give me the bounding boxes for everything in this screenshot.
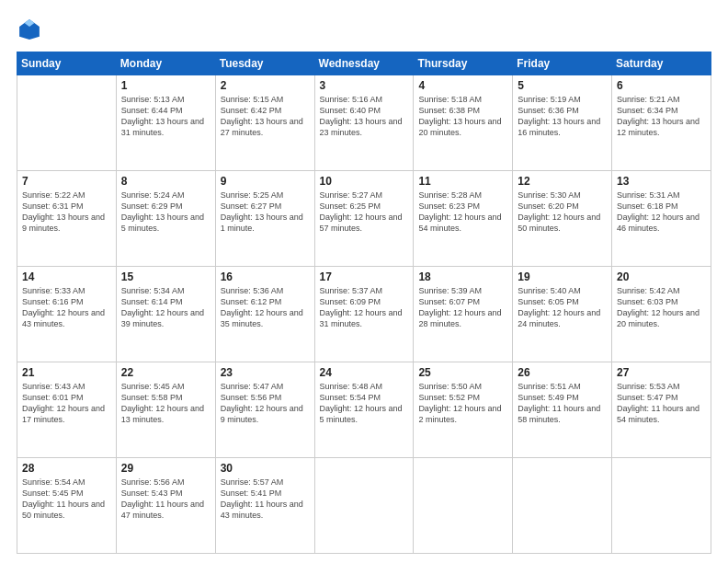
cell-info: Sunrise: 5:19 AMSunset: 6:36 PMDaylight:… bbox=[518, 94, 607, 139]
day-number: 1 bbox=[121, 79, 210, 92]
calendar-cell bbox=[414, 458, 513, 554]
day-number: 29 bbox=[121, 462, 210, 475]
calendar-cell: 28 Sunrise: 5:54 AMSunset: 5:45 PMDaylig… bbox=[17, 458, 117, 554]
cell-info: Sunrise: 5:33 AMSunset: 6:16 PMDaylight:… bbox=[22, 285, 111, 330]
cell-info: Sunrise: 5:30 AMSunset: 6:20 PMDaylight:… bbox=[518, 190, 607, 235]
cell-info: Sunrise: 5:16 AMSunset: 6:40 PMDaylight:… bbox=[320, 94, 409, 139]
week-row-0: 1 Sunrise: 5:13 AMSunset: 6:44 PMDayligh… bbox=[17, 75, 711, 171]
weekday-header-friday: Friday bbox=[513, 52, 612, 75]
calendar-cell: 2 Sunrise: 5:15 AMSunset: 6:42 PMDayligh… bbox=[215, 75, 314, 171]
day-number: 12 bbox=[518, 175, 607, 188]
day-number: 3 bbox=[320, 79, 409, 92]
calendar-cell: 19 Sunrise: 5:40 AMSunset: 6:05 PMDaylig… bbox=[513, 267, 612, 362]
day-number: 4 bbox=[418, 79, 507, 92]
cell-info: Sunrise: 5:48 AMSunset: 5:54 PMDaylight:… bbox=[320, 381, 409, 426]
cell-info: Sunrise: 5:56 AMSunset: 5:43 PMDaylight:… bbox=[121, 477, 210, 522]
calendar-cell: 30 Sunrise: 5:57 AMSunset: 5:41 PMDaylig… bbox=[215, 458, 314, 554]
calendar-cell: 4 Sunrise: 5:18 AMSunset: 6:38 PMDayligh… bbox=[414, 75, 513, 171]
day-number: 30 bbox=[221, 462, 310, 475]
cell-info: Sunrise: 5:36 AMSunset: 6:12 PMDaylight:… bbox=[221, 285, 310, 330]
cell-info: Sunrise: 5:27 AMSunset: 6:25 PMDaylight:… bbox=[320, 190, 409, 235]
calendar-cell: 7 Sunrise: 5:22 AMSunset: 6:31 PMDayligh… bbox=[17, 171, 117, 267]
day-number: 19 bbox=[518, 270, 607, 283]
calendar-cell: 12 Sunrise: 5:30 AMSunset: 6:20 PMDaylig… bbox=[513, 171, 612, 267]
calendar-cell: 11 Sunrise: 5:28 AMSunset: 6:23 PMDaylig… bbox=[414, 171, 513, 267]
week-row-3: 21 Sunrise: 5:43 AMSunset: 6:01 PMDaylig… bbox=[17, 362, 711, 458]
week-row-2: 14 Sunrise: 5:33 AMSunset: 6:16 PMDaylig… bbox=[17, 267, 711, 362]
calendar-cell: 25 Sunrise: 5:50 AMSunset: 5:52 PMDaylig… bbox=[414, 362, 513, 458]
day-number: 21 bbox=[22, 366, 111, 379]
weekday-header-row: SundayMondayTuesdayWednesdayThursdayFrid… bbox=[17, 52, 711, 75]
cell-info: Sunrise: 5:15 AMSunset: 6:42 PMDaylight:… bbox=[221, 94, 310, 139]
logo-icon bbox=[17, 17, 42, 42]
day-number: 2 bbox=[221, 79, 310, 92]
cell-info: Sunrise: 5:37 AMSunset: 6:09 PMDaylight:… bbox=[320, 285, 409, 330]
day-number: 22 bbox=[121, 366, 210, 379]
week-row-4: 28 Sunrise: 5:54 AMSunset: 5:45 PMDaylig… bbox=[17, 458, 711, 554]
cell-info: Sunrise: 5:51 AMSunset: 5:49 PMDaylight:… bbox=[518, 381, 607, 426]
calendar-cell: 24 Sunrise: 5:48 AMSunset: 5:54 PMDaylig… bbox=[314, 362, 414, 458]
calendar-cell bbox=[612, 458, 711, 554]
calendar-cell: 18 Sunrise: 5:39 AMSunset: 6:07 PMDaylig… bbox=[414, 267, 513, 362]
cell-info: Sunrise: 5:43 AMSunset: 6:01 PMDaylight:… bbox=[22, 381, 111, 426]
day-number: 27 bbox=[617, 366, 706, 379]
day-number: 25 bbox=[418, 366, 507, 379]
cell-info: Sunrise: 5:13 AMSunset: 6:44 PMDaylight:… bbox=[121, 94, 210, 139]
logo bbox=[17, 17, 46, 42]
calendar-cell bbox=[17, 75, 117, 171]
calendar-cell: 20 Sunrise: 5:42 AMSunset: 6:03 PMDaylig… bbox=[612, 267, 711, 362]
cell-info: Sunrise: 5:57 AMSunset: 5:41 PMDaylight:… bbox=[221, 477, 310, 522]
cell-info: Sunrise: 5:22 AMSunset: 6:31 PMDaylight:… bbox=[22, 190, 111, 235]
cell-info: Sunrise: 5:42 AMSunset: 6:03 PMDaylight:… bbox=[617, 285, 706, 330]
cell-info: Sunrise: 5:24 AMSunset: 6:29 PMDaylight:… bbox=[121, 190, 210, 235]
calendar-cell: 29 Sunrise: 5:56 AMSunset: 5:43 PMDaylig… bbox=[116, 458, 215, 554]
cell-info: Sunrise: 5:53 AMSunset: 5:47 PMDaylight:… bbox=[617, 381, 706, 426]
calendar-cell: 22 Sunrise: 5:45 AMSunset: 5:58 PMDaylig… bbox=[116, 362, 215, 458]
day-number: 26 bbox=[518, 366, 607, 379]
week-row-1: 7 Sunrise: 5:22 AMSunset: 6:31 PMDayligh… bbox=[17, 171, 711, 267]
calendar-cell: 21 Sunrise: 5:43 AMSunset: 6:01 PMDaylig… bbox=[17, 362, 117, 458]
day-number: 16 bbox=[221, 270, 310, 283]
day-number: 7 bbox=[22, 175, 111, 188]
weekday-header-thursday: Thursday bbox=[414, 52, 513, 75]
day-number: 11 bbox=[418, 175, 507, 188]
day-number: 5 bbox=[518, 79, 607, 92]
calendar-cell: 15 Sunrise: 5:34 AMSunset: 6:14 PMDaylig… bbox=[116, 267, 215, 362]
weekday-header-saturday: Saturday bbox=[612, 52, 711, 75]
calendar-cell: 16 Sunrise: 5:36 AMSunset: 6:12 PMDaylig… bbox=[215, 267, 314, 362]
cell-info: Sunrise: 5:40 AMSunset: 6:05 PMDaylight:… bbox=[518, 285, 607, 330]
day-number: 18 bbox=[418, 270, 507, 283]
day-number: 17 bbox=[320, 270, 409, 283]
cell-info: Sunrise: 5:50 AMSunset: 5:52 PMDaylight:… bbox=[418, 381, 507, 426]
calendar-cell: 6 Sunrise: 5:21 AMSunset: 6:34 PMDayligh… bbox=[612, 75, 711, 171]
weekday-header-sunday: Sunday bbox=[17, 52, 117, 75]
cell-info: Sunrise: 5:45 AMSunset: 5:58 PMDaylight:… bbox=[121, 381, 210, 426]
cell-info: Sunrise: 5:54 AMSunset: 5:45 PMDaylight:… bbox=[22, 477, 111, 522]
day-number: 8 bbox=[121, 175, 210, 188]
weekday-header-wednesday: Wednesday bbox=[314, 52, 414, 75]
day-number: 13 bbox=[617, 175, 706, 188]
cell-info: Sunrise: 5:47 AMSunset: 5:56 PMDaylight:… bbox=[221, 381, 310, 426]
weekday-header-tuesday: Tuesday bbox=[215, 52, 314, 75]
day-number: 9 bbox=[221, 175, 310, 188]
day-number: 6 bbox=[617, 79, 706, 92]
calendar-cell bbox=[513, 458, 612, 554]
cell-info: Sunrise: 5:34 AMSunset: 6:14 PMDaylight:… bbox=[121, 285, 210, 330]
cell-info: Sunrise: 5:21 AMSunset: 6:34 PMDaylight:… bbox=[617, 94, 706, 139]
page: SundayMondayTuesdayWednesdayThursdayFrid… bbox=[0, 0, 728, 563]
cell-info: Sunrise: 5:31 AMSunset: 6:18 PMDaylight:… bbox=[617, 190, 706, 235]
weekday-header-monday: Monday bbox=[116, 52, 215, 75]
header bbox=[17, 17, 711, 42]
calendar-cell: 23 Sunrise: 5:47 AMSunset: 5:56 PMDaylig… bbox=[215, 362, 314, 458]
calendar-cell: 27 Sunrise: 5:53 AMSunset: 5:47 PMDaylig… bbox=[612, 362, 711, 458]
cell-info: Sunrise: 5:25 AMSunset: 6:27 PMDaylight:… bbox=[221, 190, 310, 235]
day-number: 10 bbox=[320, 175, 409, 188]
cell-info: Sunrise: 5:39 AMSunset: 6:07 PMDaylight:… bbox=[418, 285, 507, 330]
day-number: 14 bbox=[22, 270, 111, 283]
calendar-cell: 3 Sunrise: 5:16 AMSunset: 6:40 PMDayligh… bbox=[314, 75, 414, 171]
cell-info: Sunrise: 5:28 AMSunset: 6:23 PMDaylight:… bbox=[418, 190, 507, 235]
day-number: 20 bbox=[617, 270, 706, 283]
calendar-cell: 5 Sunrise: 5:19 AMSunset: 6:36 PMDayligh… bbox=[513, 75, 612, 171]
day-number: 15 bbox=[121, 270, 210, 283]
calendar-cell: 14 Sunrise: 5:33 AMSunset: 6:16 PMDaylig… bbox=[17, 267, 117, 362]
